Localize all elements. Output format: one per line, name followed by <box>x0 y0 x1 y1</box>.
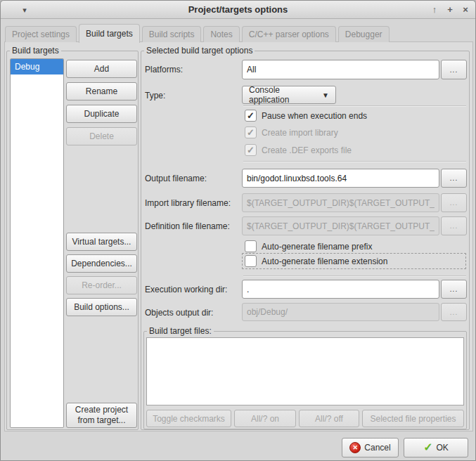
titlebar: ▾ Project/targets options ↑ + × <box>1 1 475 19</box>
create-def-exports-checkbox: ✓ <box>245 144 257 156</box>
execution-working-dir-browse-button[interactable]: ... <box>441 280 467 299</box>
add-button[interactable]: Add <box>66 60 137 78</box>
close-window-icon[interactable]: × <box>459 4 472 16</box>
cancel-button-label: Cancel <box>364 443 390 453</box>
create-import-library-checkbox: ✓ <box>245 126 257 138</box>
pause-when-execution-ends-checkbox[interactable]: ✓ <box>245 110 257 122</box>
build-target-files-group-label: Build target files: <box>147 326 214 336</box>
type-dropdown-value: Console application <box>249 85 316 105</box>
definition-file-filename-label: Definition file filename: <box>145 221 230 231</box>
auto-generate-extension-label: Auto-generate filename extension <box>262 257 387 266</box>
rename-button[interactable]: Rename <box>66 82 137 100</box>
pause-when-execution-ends-label: Pause when execution ends <box>262 111 367 121</box>
output-filename-browse-button[interactable]: ... <box>441 169 467 188</box>
list-item-debug[interactable]: Debug <box>11 59 63 74</box>
separator <box>243 161 466 162</box>
objects-output-dir-input <box>242 303 439 321</box>
build-options-button[interactable]: Build options... <box>66 298 137 316</box>
type-dropdown[interactable]: Console application ▼ <box>242 86 336 104</box>
build-targets-group-label: Build targets <box>10 46 61 56</box>
virtual-targets-button[interactable]: Virtual targets... <box>66 233 137 251</box>
tab-build-scripts[interactable]: Build scripts <box>142 26 202 42</box>
duplicate-button[interactable]: Duplicate <box>66 105 137 123</box>
objects-output-dir-label: Objects output dir: <box>145 308 213 318</box>
check-icon: ✓ <box>247 145 255 155</box>
ok-button-label: OK <box>437 443 449 453</box>
shade-window-icon[interactable]: ↑ <box>428 4 441 16</box>
tab-project-settings[interactable]: Project settings <box>5 26 77 42</box>
tab-debugger[interactable]: Debugger <box>338 26 390 42</box>
build-targets-list[interactable]: Debug <box>10 58 64 428</box>
selected-options-group-label: Selected build target options <box>144 46 255 56</box>
tab-bar: Project settings Build targets Build scr… <box>5 23 471 42</box>
reorder-button: Re-order... <box>66 276 137 294</box>
project-targets-options-dialog: ▾ Project/targets options ↑ + × Project … <box>0 0 476 461</box>
tab-notes[interactable]: Notes <box>203 26 239 42</box>
ok-check-icon: ✓ <box>423 442 432 453</box>
objects-output-dir-browse-button: ... <box>441 303 467 321</box>
auto-generate-extension-checkbox[interactable] <box>245 255 257 267</box>
ok-button[interactable]: ✓ OK <box>404 438 468 457</box>
maximize-window-icon[interactable]: + <box>444 4 456 16</box>
execution-working-dir-input[interactable] <box>242 280 439 299</box>
separator <box>243 275 466 277</box>
check-icon: ✓ <box>247 111 255 120</box>
import-library-filename-label: Import library filename: <box>145 198 231 208</box>
platforms-browse-button[interactable]: ... <box>441 60 467 79</box>
platforms-input[interactable] <box>242 60 439 79</box>
toggle-checkmarks-button: Toggle checkmarks <box>146 410 231 427</box>
tab-cpp-parser-options[interactable]: C/C++ parser options <box>242 26 336 42</box>
all-off-button: All/? off <box>299 410 359 427</box>
dependencies-button[interactable]: Dependencies... <box>66 254 137 273</box>
definition-file-browse-button: ... <box>441 216 467 235</box>
create-import-library-label: Create import library <box>262 128 338 138</box>
selected-file-properties-button: Selected file properties <box>362 410 464 427</box>
cancel-button[interactable]: ✕ Cancel <box>342 438 399 457</box>
tab-build-targets[interactable]: Build targets <box>79 24 140 43</box>
import-library-filename-input <box>242 193 439 212</box>
auto-generate-prefix-label: Auto-generate filename prefix <box>262 242 372 252</box>
create-project-from-target-button[interactable]: Create project from target... <box>66 403 137 428</box>
import-library-browse-button: ... <box>441 193 467 212</box>
create-def-exports-label: Create .DEF exports file <box>262 145 352 155</box>
auto-generate-prefix-checkbox[interactable] <box>245 240 257 252</box>
output-filename-input[interactable] <box>242 169 439 188</box>
definition-file-filename-input <box>242 216 439 235</box>
window-title: Project/targets options <box>1 4 475 15</box>
delete-button: Delete <box>66 127 137 145</box>
output-filename-label: Output filename: <box>145 174 207 183</box>
chevron-down-icon: ▼ <box>322 91 329 99</box>
type-label: Type: <box>145 91 165 100</box>
separator <box>243 105 466 107</box>
build-target-files-list[interactable] <box>146 337 464 405</box>
platforms-label: Platforms: <box>145 65 183 74</box>
execution-working-dir-label: Execution working dir: <box>145 285 227 294</box>
cancel-icon: ✕ <box>349 442 361 453</box>
all-on-button: All/? on <box>234 410 296 427</box>
check-icon: ✓ <box>247 128 255 137</box>
